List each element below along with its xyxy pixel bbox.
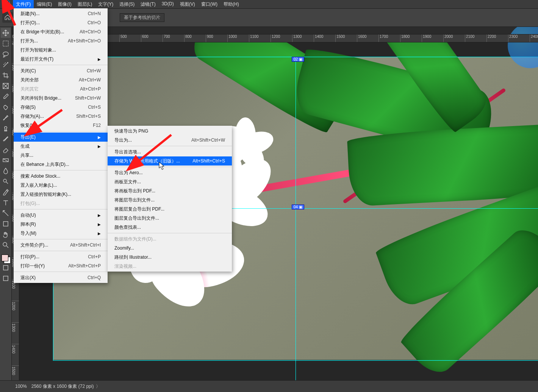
export-menu-item-0[interactable]: 快速导出为 PNG <box>108 127 232 136</box>
file-menu-item-label: 存储为(A)... <box>20 113 44 120</box>
file-menu-item-label: 导出(E) <box>20 134 36 141</box>
menubar-item-10[interactable]: 帮助(H) <box>221 0 242 9</box>
menubar-item-0[interactable]: 文件(F) <box>13 0 34 9</box>
file-menu-item-31[interactable]: 打印(P)...Ctrl+P <box>14 252 108 261</box>
file-menu-item-15[interactable]: 导出(E)▶ <box>14 133 108 142</box>
file-menu-item-8[interactable]: 关闭全部Alt+Ctrl+W <box>14 75 108 84</box>
file-menu-item-18[interactable]: 在 Behance 上共享(D)... <box>14 160 108 169</box>
tool-lasso[interactable] <box>1 49 11 59</box>
file-menu-item-16[interactable]: 生成▶ <box>14 142 108 151</box>
tool-quickmask[interactable] <box>1 263 11 273</box>
menubar-item-4[interactable]: 文字(Y) <box>95 0 116 9</box>
slice-label-04[interactable]: 04 ▣ <box>292 205 304 209</box>
export-menu-item-11[interactable]: 图层复合导出到文件... <box>108 214 232 223</box>
menubar-item-2[interactable]: 图像(I) <box>55 0 74 9</box>
h-ruler-tick: 1700 <box>378 34 400 42</box>
export-menu-separator <box>108 233 232 233</box>
tool-heal[interactable] <box>1 102 11 112</box>
svg-rect-6 <box>3 265 8 270</box>
file-menu-item-25[interactable]: 自动(U)▶ <box>14 211 108 220</box>
export-menu-item-9[interactable]: 将图层导出到文件... <box>108 195 232 205</box>
tool-move[interactable] <box>1 28 11 38</box>
chevron-right-icon: ▶ <box>98 231 101 236</box>
file-menu-item-22[interactable]: 置入链接的智能对象(K)... <box>14 190 108 199</box>
file-menu-item-5[interactable]: 最近打开文件(T)▶ <box>14 55 108 64</box>
file-menu-item-label: 搜索 Adobe Stock... <box>20 173 60 180</box>
tool-crop[interactable] <box>1 70 11 80</box>
tool-path[interactable] <box>1 208 11 218</box>
file-menu-item-29[interactable]: 文件简介(F)...Alt+Shift+Ctrl+I <box>14 241 108 250</box>
export-menu-separator <box>108 167 232 167</box>
guide-vertical[interactable] <box>296 57 296 381</box>
file-menu-item-11[interactable]: 存储(S)Ctrl+S <box>14 103 108 112</box>
tool-stamp[interactable] <box>1 123 11 133</box>
file-menu-item-7[interactable]: 关闭(C)Ctrl+W <box>14 66 108 75</box>
tool-hand[interactable] <box>1 230 11 239</box>
svg-point-5 <box>3 242 7 246</box>
export-menu-item-12[interactable]: 颜色查找表... <box>108 223 232 232</box>
file-menu-item-10[interactable]: 关闭并转到 Bridge...Shift+Ctrl+W <box>14 94 108 103</box>
tool-zoom[interactable] <box>1 240 11 250</box>
color-swatches[interactable] <box>2 255 10 263</box>
tool-eraser[interactable] <box>1 145 11 155</box>
file-menu-item-0[interactable]: 新建(N)...Ctrl+N <box>14 9 108 18</box>
tool-wand[interactable] <box>1 60 11 70</box>
menubar-item-3[interactable]: 图层(L) <box>75 0 95 9</box>
file-menu-item-27[interactable]: 导入(M)▶ <box>14 229 108 238</box>
tool-marquee[interactable] <box>1 39 11 48</box>
tool-shape[interactable] <box>1 219 11 229</box>
file-menu-item-34[interactable]: 退出(X)Ctrl+Q <box>14 273 108 282</box>
export-menu-item-8[interactable]: 将画板导出到 PDF... <box>108 186 232 195</box>
tool-gradient[interactable] <box>1 155 11 165</box>
slice-from-guides-button[interactable]: 基于参考线的切片 <box>120 13 164 22</box>
file-menu-item-17[interactable]: 共享... <box>14 151 108 160</box>
file-menu-item-2[interactable]: 在 Bridge 中浏览(B)...Alt+Ctrl+O <box>14 27 108 36</box>
export-menu-item-1[interactable]: 导出为...Alt+Shift+Ctrl+W <box>108 136 232 145</box>
h-ruler-tick: 1500 <box>335 34 357 42</box>
file-menu-item-label: 脚本(R) <box>20 221 36 228</box>
file-menu-item-32[interactable]: 打印一份(Y)Alt+Shift+Ctrl+P <box>14 261 108 270</box>
menubar-item-7[interactable]: 3D(D) <box>159 0 177 9</box>
file-menu-item-13[interactable]: 恢复(V)F12 <box>14 121 108 130</box>
tool-type[interactable] <box>1 198 11 208</box>
file-menu-item-3[interactable]: 打开为...Alt+Shift+Ctrl+O <box>14 36 108 45</box>
chevron-right-icon[interactable]: 〉 <box>96 383 100 390</box>
file-menu-item-label: 关闭其它 <box>20 86 39 92</box>
home-icon[interactable] <box>2 12 13 23</box>
tool-dodge[interactable] <box>1 176 11 186</box>
tool-brush[interactable] <box>1 113 11 123</box>
tool-screenmode[interactable] <box>1 273 11 283</box>
export-menu-item-6[interactable]: 导出为 Aero... <box>108 168 232 177</box>
file-menu-item-4[interactable]: 打开为智能对象... <box>14 45 108 55</box>
menubar-item-9[interactable]: 窗口(W) <box>198 0 221 9</box>
tool-frame[interactable] <box>1 81 11 91</box>
tool-pen[interactable] <box>1 187 11 197</box>
file-menu-item-1[interactable]: 打开(O)...Ctrl+O <box>14 18 108 27</box>
file-menu-separator <box>14 239 108 239</box>
export-menu-item-7[interactable]: 画板至文件... <box>108 177 232 186</box>
tool-eyedrop[interactable] <box>1 92 11 102</box>
file-menu-item-21[interactable]: 置入嵌入对象(L)... <box>14 181 108 190</box>
file-menu-item-shortcut: Ctrl+Q <box>88 275 101 280</box>
export-menu-item-15[interactable]: Zoomify... <box>108 244 232 253</box>
menubar-item-8[interactable]: 视图(V) <box>177 0 198 9</box>
tool-history[interactable] <box>1 134 11 144</box>
h-ruler-tick: 1800 <box>400 34 422 42</box>
file-menu-item-shortcut: Ctrl+O <box>88 20 101 25</box>
file-menu-item-label: 存储(S) <box>20 104 36 111</box>
export-menu-item-4[interactable]: 存储为 Web 所用格式（旧版）...Alt+Shift+Ctrl+S <box>108 156 232 166</box>
file-menu-separator <box>14 170 108 170</box>
file-menu-item-12[interactable]: 存储为(A)...Shift+Ctrl+S <box>14 112 108 121</box>
file-menu-item-26[interactable]: 脚本(R)▶ <box>14 220 108 229</box>
export-menu-item-3[interactable]: 导出首选项... <box>108 147 232 156</box>
file-menu-item-20[interactable]: 搜索 Adobe Stock... <box>14 172 108 181</box>
tool-blur[interactable] <box>1 166 11 176</box>
menubar-item-6[interactable]: 滤镜(T) <box>138 0 158 9</box>
zoom-level[interactable]: 100% <box>15 384 27 389</box>
menubar-item-1[interactable]: 编辑(E) <box>34 0 55 9</box>
menubar-item-5[interactable]: 选择(S) <box>116 0 138 9</box>
export-menu-item-16[interactable]: 路径到 Illustrator... <box>108 253 232 262</box>
file-menu-item-label: 置入链接的智能对象(K)... <box>20 191 71 198</box>
export-menu-item-10[interactable]: 将图层复合导出到 PDF... <box>108 205 232 214</box>
slice-label-02[interactable]: 02 ▣ <box>292 57 304 62</box>
